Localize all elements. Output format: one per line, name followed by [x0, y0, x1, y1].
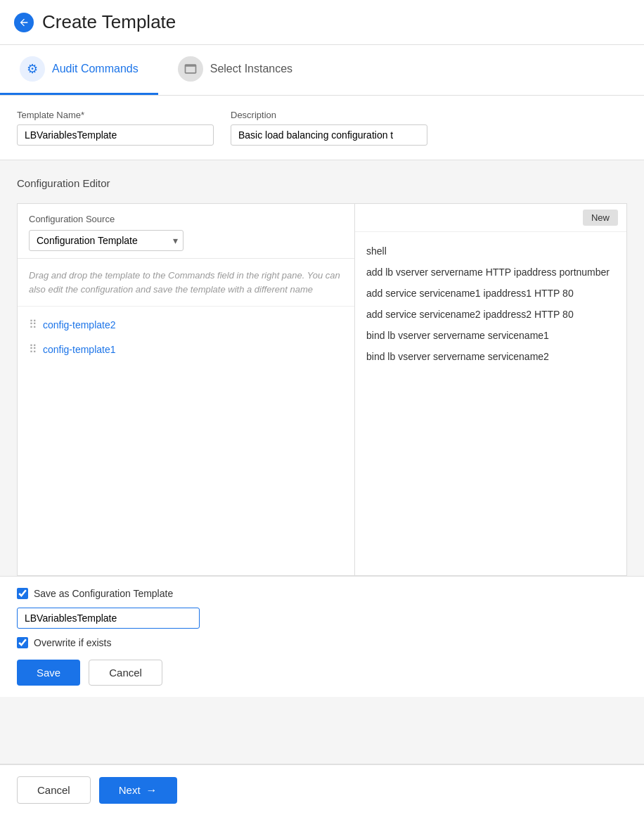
tab-select-instances[interactable]: Select Instances	[158, 45, 312, 95]
save-button[interactable]: Save	[17, 660, 80, 686]
description-label: Description	[231, 110, 427, 120]
form-row: Template Name* Description	[17, 110, 627, 146]
description-group: Description	[231, 110, 427, 146]
right-panel: New shell add lb vserver servername HTTP…	[355, 204, 626, 575]
left-panel-header: Configuration Source Configuration Templ…	[18, 204, 354, 259]
page-title: Create Template	[42, 11, 176, 33]
template-link-1[interactable]: config-template1	[43, 344, 116, 355]
overwrite-checkbox[interactable]	[17, 637, 28, 648]
description-input[interactable]	[231, 124, 427, 146]
overwrite-label: Overwrite if exists	[34, 637, 111, 648]
next-label: Next	[119, 784, 141, 796]
template-item[interactable]: ⠿ config-template2	[18, 312, 354, 337]
next-arrow-icon: →	[146, 784, 157, 797]
commands-area: shell add lb vserver servername HTTP ipa…	[355, 232, 626, 575]
footer-cancel-button[interactable]: Cancel	[17, 776, 91, 804]
template-link-2[interactable]: config-template2	[43, 319, 116, 331]
save-as-template-label: Save as Configuration Template	[34, 588, 173, 599]
drag-handle-icon: ⠿	[29, 318, 37, 331]
footer-bar: Cancel Next →	[0, 764, 644, 815]
config-source-select[interactable]: Configuration Template Script None	[29, 230, 183, 251]
drag-handle-icon: ⠿	[29, 342, 37, 356]
new-button[interactable]: New	[583, 210, 618, 226]
back-button[interactable]	[14, 13, 34, 32]
action-buttons: Save Cancel	[17, 660, 627, 686]
footer-next-button[interactable]: Next →	[99, 777, 177, 804]
command-line: bind lb vserver servername servicename2	[366, 346, 615, 367]
audit-commands-icon: ⚙	[20, 56, 45, 82]
cancel-save-button[interactable]: Cancel	[89, 660, 162, 686]
template-name-input[interactable]	[17, 124, 214, 146]
left-panel: Configuration Source Configuration Templ…	[18, 204, 355, 575]
right-panel-header: New	[355, 204, 626, 232]
form-section: Template Name* Description	[0, 96, 644, 160]
editor-panel: Configuration Source Configuration Templ…	[17, 203, 627, 576]
drag-hint: Drag and drop the template to the Comman…	[18, 259, 354, 307]
main-content: Template Name* Description Configuration…	[0, 96, 644, 764]
page-container: Create Template ⚙ Audit Commands Select …	[0, 0, 644, 815]
save-section: Save as Configuration Template Overwrite…	[0, 576, 644, 697]
command-line: add service servicename2 ipaddress2 HTTP…	[366, 304, 615, 325]
tab-audit-commands-label: Audit Commands	[52, 63, 139, 75]
template-item[interactable]: ⠿ config-template1	[18, 337, 354, 361]
config-editor-section: Configuration Editor Configuration Sourc…	[0, 160, 644, 576]
overwrite-row: Overwrite if exists	[17, 637, 627, 648]
tabs-bar: ⚙ Audit Commands Select Instances	[0, 45, 644, 96]
template-name-group: Template Name*	[17, 110, 214, 146]
tab-audit-commands[interactable]: ⚙ Audit Commands	[0, 45, 158, 95]
config-source-select-wrapper: Configuration Template Script None ▾	[29, 230, 183, 251]
config-editor-title: Configuration Editor	[17, 172, 627, 195]
save-template-row: Save as Configuration Template	[17, 588, 627, 599]
command-line: bind lb vserver servername servicename1	[366, 325, 615, 346]
template-name-label: Template Name*	[17, 110, 214, 120]
page-header: Create Template	[0, 0, 644, 45]
config-source-label: Configuration Source	[29, 214, 343, 224]
tab-select-instances-label: Select Instances	[210, 63, 292, 75]
select-instances-icon	[178, 56, 203, 82]
save-template-name-input[interactable]	[17, 608, 200, 629]
save-as-template-checkbox[interactable]	[17, 588, 28, 599]
command-line: add service servicename1 ipaddress1 HTTP…	[366, 283, 615, 304]
template-list: ⠿ config-template2 ⠿ config-template1	[18, 307, 354, 367]
command-line: shell	[366, 240, 615, 262]
command-line: add lb vserver servername HTTP ipaddress…	[366, 262, 615, 283]
